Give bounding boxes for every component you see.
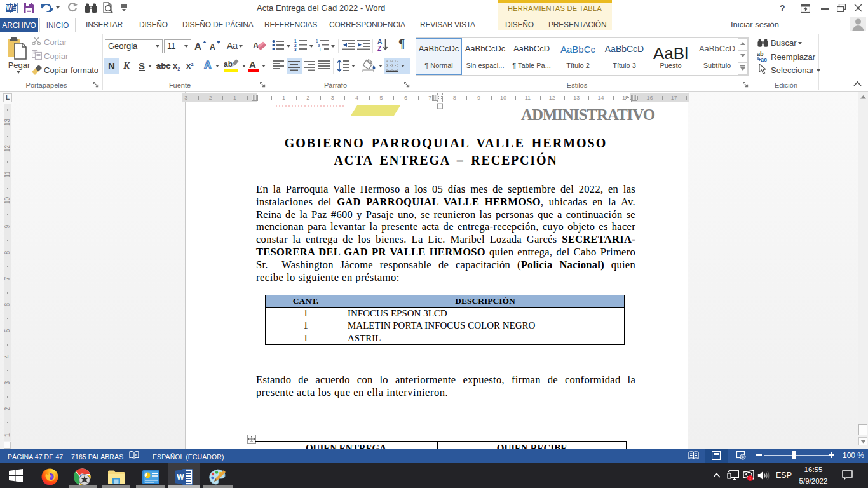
svg-text:x: x <box>135 452 137 457</box>
svg-text:i: i <box>320 47 320 51</box>
svg-text:A: A <box>377 38 382 45</box>
svg-text:ab: ab <box>224 60 233 69</box>
svg-text:W: W <box>177 473 184 482</box>
svg-text:3: 3 <box>294 47 297 51</box>
svg-text:Z: Z <box>377 45 381 52</box>
svg-text:W: W <box>6 4 13 11</box>
svg-text:ac: ac <box>761 57 767 62</box>
